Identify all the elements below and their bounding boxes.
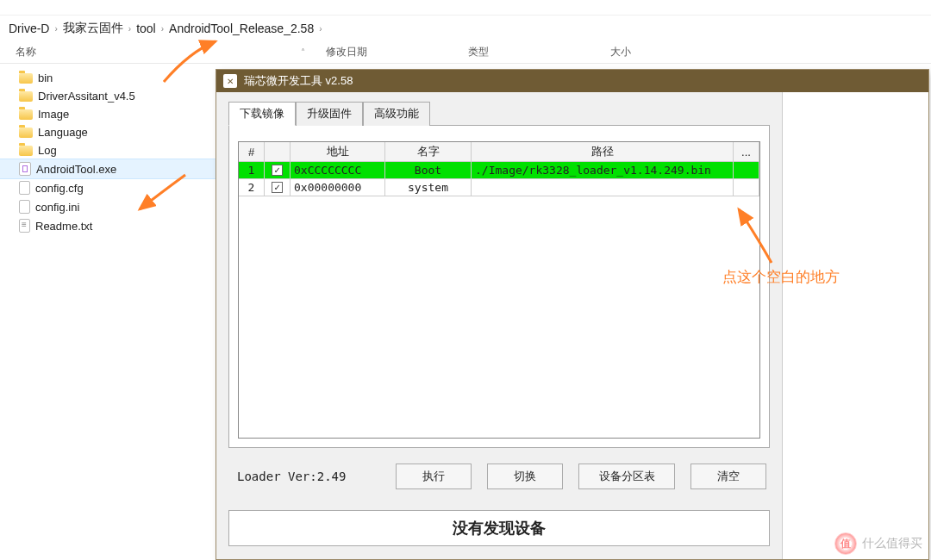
clear-button[interactable]: 清空	[690, 464, 766, 489]
exe-icon	[19, 162, 31, 176]
col-address[interactable]: 地址	[291, 142, 385, 162]
list-item[interactable]: Readme.txt	[0, 216, 216, 235]
tabs: 下载镜像 升级固件 高级功能	[228, 101, 770, 125]
tab-panel: # 地址 名字 路径 ... 1 ✓ 0xCCCCCCCC Boot ./Ima…	[228, 125, 770, 448]
col-name[interactable]: 名字	[385, 142, 472, 162]
list-item[interactable]: DriverAssitant_v4.5	[0, 87, 216, 105]
tab-upgrade-firmware[interactable]: 升级固件	[296, 102, 363, 126]
partition-table-button[interactable]: 设备分区表	[578, 464, 675, 489]
breadcrumb-item[interactable]: AndroidTool_Release_2.58	[169, 22, 314, 35]
column-type[interactable]: 类型	[461, 41, 603, 63]
grid-row[interactable]: 1 ✓ 0xCCCCCCCC Boot ./Image/rk3328_loade…	[239, 162, 759, 179]
breadcrumb-item[interactable]: tool	[136, 22, 156, 35]
watermark: 值 什么值得买	[834, 532, 922, 555]
grid-empty-area[interactable]	[239, 196, 759, 438]
column-modified[interactable]: 修改日期	[319, 41, 461, 63]
folder-icon	[19, 73, 33, 84]
chevron-right-icon: ›	[54, 24, 57, 34]
watermark-badge-icon: 值	[834, 532, 857, 555]
titlebar[interactable]: ✕ 瑞芯微开发工具 v2.58	[216, 70, 928, 92]
list-item[interactable]: config.cfg	[0, 178, 216, 197]
file-list[interactable]: bin DriverAssitant_v4.5 Image Language L…	[0, 64, 216, 240]
watermark-text: 什么值得买	[862, 536, 922, 551]
folder-icon	[19, 91, 33, 102]
grid-row[interactable]: 2 ✓ 0x00000000 system	[239, 179, 759, 196]
app-icon: ✕	[223, 74, 237, 88]
list-item[interactable]: bin	[0, 69, 216, 87]
col-check[interactable]	[265, 142, 291, 162]
col-extra[interactable]: ...	[734, 142, 759, 162]
column-headers[interactable]: 名称 ˄ 修改日期 类型 大小	[0, 41, 931, 64]
status-bar: 没有发现设备	[228, 510, 770, 546]
partition-grid[interactable]: # 地址 名字 路径 ... 1 ✓ 0xCCCCCCCC Boot ./Ima…	[238, 141, 760, 439]
folder-icon	[19, 128, 33, 138]
list-item[interactable]: Language	[0, 123, 216, 141]
list-item[interactable]: Log	[0, 141, 216, 159]
window-title: 瑞芯微开发工具 v2.58	[244, 73, 353, 89]
file-icon	[19, 181, 30, 195]
grid-header[interactable]: # 地址 名字 路径 ...	[239, 142, 759, 162]
col-path[interactable]: 路径	[472, 142, 734, 162]
explorer-toolbar	[0, 0, 931, 16]
list-item[interactable]: AndroidTool.exe	[0, 159, 216, 178]
run-button[interactable]: 执行	[396, 464, 472, 489]
text-file-icon	[19, 219, 30, 233]
chevron-right-icon: ›	[319, 24, 322, 34]
column-size[interactable]: 大小	[603, 41, 746, 63]
checkbox-icon[interactable]: ✓	[272, 165, 283, 176]
loader-version: Loader Ver:2.49	[232, 470, 346, 483]
switch-button[interactable]: 切换	[487, 464, 563, 489]
breadcrumb-item[interactable]: Drive-D	[9, 22, 49, 35]
chevron-right-icon: ›	[161, 24, 164, 34]
breadcrumb-item[interactable]: 我家云固件	[63, 21, 123, 36]
chevron-right-icon: ›	[128, 24, 131, 34]
sort-indicator-icon: ˄	[301, 47, 305, 57]
path-empty-cell[interactable]	[472, 179, 734, 196]
column-name[interactable]: 名称 ˄	[9, 41, 319, 63]
list-item[interactable]: Image	[0, 105, 216, 123]
android-tool-window: ✕ 瑞芯微开发工具 v2.58 下载镜像 升级固件 高级功能 # 地址 名字 路…	[216, 69, 929, 560]
log-panel	[782, 92, 928, 559]
tab-advanced[interactable]: 高级功能	[363, 102, 430, 126]
tab-download-image[interactable]: 下载镜像	[228, 102, 296, 126]
bottom-controls: Loader Ver:2.49 执行 切换 设备分区表 清空	[228, 448, 770, 498]
folder-icon	[19, 146, 33, 156]
breadcrumb[interactable]: Drive-D › 我家云固件 › tool › AndroidTool_Rel…	[0, 16, 931, 41]
col-num[interactable]: #	[239, 142, 265, 162]
folder-icon	[19, 109, 33, 120]
checkbox-icon[interactable]: ✓	[272, 182, 283, 193]
list-item[interactable]: config.ini	[0, 197, 216, 216]
file-icon	[19, 200, 30, 214]
